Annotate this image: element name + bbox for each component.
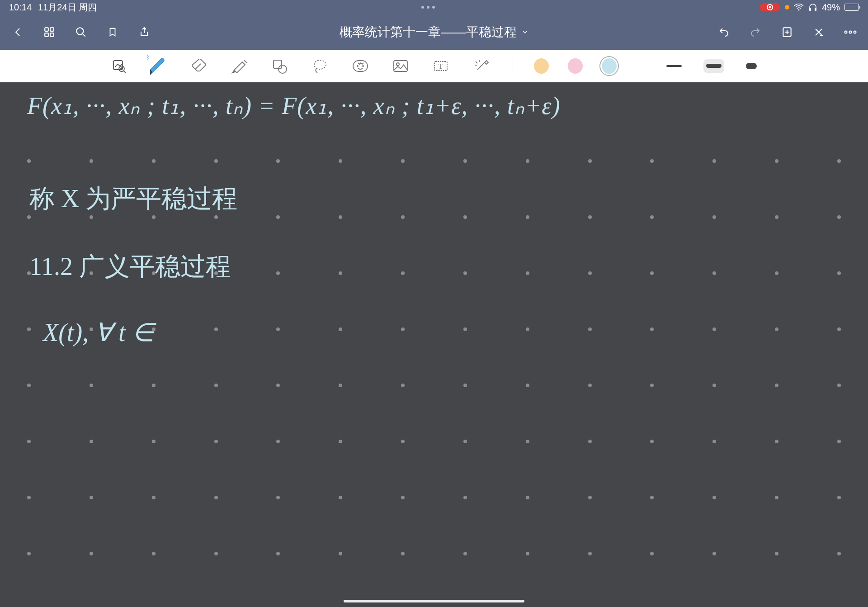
svg-line-23: [195, 64, 201, 69]
dot-grid-background: [27, 159, 841, 607]
svg-point-15: [845, 31, 847, 33]
handwriting-line-2: 称 X 为严平稳过程: [29, 182, 237, 216]
screen-recording-indicator[interactable]: [760, 3, 780, 11]
stroke-thick[interactable]: [743, 59, 760, 73]
mic-in-use-indicator: [785, 5, 789, 9]
svg-point-26: [278, 65, 287, 73]
image-tool[interactable]: [390, 55, 411, 77]
svg-point-32: [396, 63, 399, 66]
more-button[interactable]: [844, 25, 857, 39]
svg-rect-28: [353, 61, 368, 71]
share-button[interactable]: [137, 25, 151, 39]
svg-point-29: [357, 66, 358, 66]
app-nav-bar: 概率统计第十一章——平稳过程: [0, 14, 868, 50]
svg-text:T: T: [439, 62, 443, 70]
drawing-toolbar: ᛒ T: [0, 50, 868, 82]
svg-point-0: [798, 9, 799, 11]
status-date: 11月24日 周四: [38, 1, 97, 14]
pen-tool[interactable]: ᛒ: [149, 55, 170, 77]
battery-pct: 49%: [822, 2, 840, 13]
highlighter-tool[interactable]: [229, 55, 250, 77]
svg-rect-31: [394, 61, 407, 71]
zoom-tool[interactable]: [108, 55, 130, 77]
document-title: 概率统计第十一章——平稳过程: [340, 24, 517, 41]
text-tool[interactable]: T: [430, 55, 452, 77]
svg-rect-4: [50, 28, 54, 31]
status-bar: 10:14 11月24日 周四 49%: [0, 0, 868, 14]
svg-rect-5: [45, 33, 48, 37]
color-swatch-3[interactable]: [602, 58, 617, 74]
bookmark-button[interactable]: [106, 25, 119, 39]
search-button[interactable]: [74, 25, 88, 39]
sticker-tool[interactable]: [350, 55, 371, 77]
close-edit-button[interactable]: [812, 25, 826, 39]
eraser-tool[interactable]: [189, 55, 210, 77]
bluetooth-icon: ᛒ: [146, 54, 150, 61]
lasso-tool[interactable]: [310, 55, 331, 77]
back-button[interactable]: [11, 25, 24, 39]
svg-line-35: [476, 62, 477, 63]
handwriting-line-4: X(t), ∀ t ∈: [43, 318, 154, 347]
laser-tool[interactable]: [471, 55, 492, 77]
stroke-medium[interactable]: [703, 59, 724, 73]
home-indicator[interactable]: [344, 600, 524, 602]
svg-point-27: [314, 60, 326, 69]
svg-line-8: [82, 33, 85, 37]
svg-line-20: [123, 71, 126, 73]
headphones-icon: [808, 3, 817, 11]
svg-rect-3: [45, 28, 48, 31]
redo-button[interactable]: [749, 25, 762, 39]
status-time: 10:14: [9, 2, 32, 13]
svg-line-24: [244, 60, 247, 63]
svg-point-30: [363, 66, 363, 66]
undo-button[interactable]: [717, 25, 731, 39]
grid-view-button[interactable]: [42, 25, 56, 39]
color-swatch-1[interactable]: [534, 58, 549, 74]
handwriting-line-1: F(x₁, ···, xₙ ; t₁, ···, tₙ) = F(x₁, ···…: [27, 91, 561, 120]
battery-icon: [844, 4, 859, 11]
wifi-icon: [794, 4, 804, 11]
handwriting-line-3: 11.2 广义平稳过程: [29, 250, 231, 284]
shape-tool[interactable]: [269, 55, 291, 77]
chevron-down-icon: [521, 28, 528, 36]
stroke-thin[interactable]: [664, 59, 684, 73]
svg-point-7: [76, 28, 83, 34]
multitasking-dots[interactable]: [97, 6, 760, 9]
color-swatch-2[interactable]: [568, 58, 583, 74]
svg-rect-25: [274, 60, 282, 68]
note-canvas[interactable]: F(x₁, ···, xₙ ; t₁, ···, tₙ) = F(x₁, ···…: [0, 82, 868, 607]
add-page-button[interactable]: [780, 25, 794, 39]
svg-point-17: [854, 31, 856, 33]
svg-rect-6: [50, 33, 54, 37]
document-title-dropdown[interactable]: 概率统计第十一章——平稳过程: [192, 24, 676, 41]
svg-rect-1: [809, 8, 811, 11]
svg-point-16: [849, 31, 852, 33]
svg-rect-2: [815, 8, 816, 11]
